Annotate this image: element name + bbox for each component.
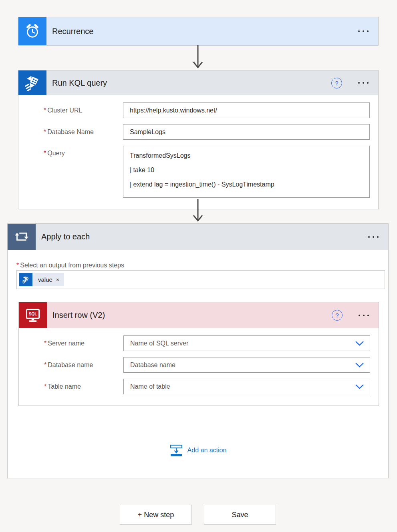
server-name-placeholder: Name of SQL server <box>130 340 188 347</box>
table-name-dropdown[interactable]: Name of table <box>123 379 370 394</box>
save-button[interactable]: Save <box>204 505 276 525</box>
help-icon[interactable]: ? <box>332 310 343 321</box>
new-step-button[interactable]: + New step <box>120 505 192 525</box>
run-kql-card-header[interactable]: Run KQL query ? <box>18 70 378 95</box>
loop-icon <box>8 224 36 250</box>
recurrence-card-header[interactable]: Recurrence <box>18 17 378 45</box>
database-name-label: *Database name <box>44 361 123 369</box>
server-name-dropdown[interactable]: Name of SQL server <box>123 335 370 351</box>
apply-to-each-header[interactable]: Apply to each <box>8 224 388 250</box>
query-label: *Query <box>44 146 123 157</box>
token-label: value <box>38 276 52 283</box>
select-output-label: *Select an output from previous steps <box>16 262 124 269</box>
sql-server-icon: SQL <box>19 302 47 328</box>
add-action-button[interactable]: Add an action <box>8 444 388 457</box>
recurrence-more-menu-button[interactable] <box>357 28 369 34</box>
apply-to-each-container: Apply to each *Select an output from pre… <box>7 223 389 478</box>
table-name-label: *Table name <box>44 383 123 390</box>
database-name-dropdown[interactable]: Database name <box>123 357 370 373</box>
flow-designer-canvas: Recurrence Run KQL query ? <box>0 0 397 532</box>
run-kql-title: Run KQL query <box>52 78 331 88</box>
insert-row-more-menu-button[interactable] <box>358 312 370 319</box>
query-line: | extend lag = ingestion_time() - SysLog… <box>130 177 363 192</box>
apply-to-each-more-menu-button[interactable] <box>367 234 379 240</box>
insert-row-title: Insert row (V2) <box>52 311 332 320</box>
connector-arrow-down-icon <box>192 45 204 70</box>
run-kql-more-menu-button[interactable] <box>357 80 369 86</box>
database-name-placeholder: Database name <box>130 361 175 369</box>
query-line: | take 10 <box>130 163 363 177</box>
server-name-label: *Server name <box>44 340 123 347</box>
value-token[interactable]: value × <box>19 273 64 286</box>
apply-to-each-title: Apply to each <box>41 232 367 241</box>
add-action-label: Add an action <box>187 447 227 454</box>
query-line: TransformedSysLogs <box>130 149 363 163</box>
recurrence-title: Recurrence <box>52 27 357 36</box>
run-kql-card: Run KQL query ? *Cluster URL https://hel… <box>18 70 379 209</box>
add-action-icon <box>169 444 183 457</box>
chevron-down-icon <box>355 384 364 389</box>
chevron-down-icon <box>355 341 364 346</box>
database-name-input[interactable]: SampleLogs <box>123 124 370 140</box>
help-icon[interactable]: ? <box>331 78 342 88</box>
insert-row-card: SQL Insert row (V2) ? *Server name <box>18 302 379 406</box>
token-close-icon[interactable]: × <box>56 277 59 283</box>
insert-row-card-header[interactable]: SQL Insert row (V2) ? <box>19 302 379 328</box>
sql-icon-text: SQL <box>29 312 37 316</box>
kusto-icon <box>19 273 32 286</box>
cluster-url-input[interactable]: https://help.kusto.windows.net/ <box>123 102 370 118</box>
cluster-url-label: *Cluster URL <box>44 107 123 114</box>
connector-arrow-down-icon <box>192 199 204 223</box>
table-name-placeholder: Name of table <box>130 383 170 390</box>
select-output-input[interactable]: value × <box>16 270 385 289</box>
kusto-icon <box>18 70 46 95</box>
alarm-clock-icon <box>18 17 46 45</box>
recurrence-card: Recurrence <box>18 17 379 46</box>
query-input[interactable]: TransformedSysLogs | take 10 | extend la… <box>123 146 370 198</box>
chevron-down-icon <box>355 362 364 367</box>
database-name-label: *Database Name <box>44 128 123 136</box>
